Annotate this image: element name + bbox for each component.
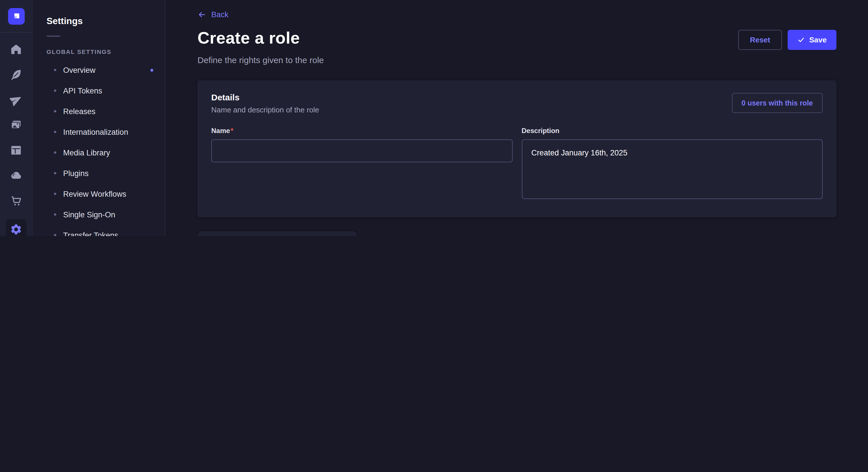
bullet-icon <box>54 234 56 236</box>
paper-plane-icon[interactable] <box>9 93 23 107</box>
save-label: Save <box>809 36 827 44</box>
subnav-title: Settings <box>33 16 165 26</box>
feather-icon[interactable] <box>9 68 23 81</box>
section-label-global-settings: GLOBAL SETTINGS <box>33 48 165 55</box>
app-window: KD Settings GLOBAL SETTINGSOverviewAPI T… <box>0 0 868 236</box>
media-library-icon[interactable] <box>9 118 23 132</box>
home-icon[interactable] <box>9 42 23 56</box>
details-card: Details Name and description of the role… <box>197 80 836 217</box>
tab-single-types[interactable]: Single Types <box>358 231 517 236</box>
back-link[interactable]: Back <box>197 10 228 19</box>
settings-subnav: Settings GLOBAL SETTINGSOverviewAPI Toke… <box>33 0 165 236</box>
gear-icon[interactable] <box>6 219 26 236</box>
bullet-icon <box>54 193 56 195</box>
bullet-icon <box>54 131 56 133</box>
permissions-section: Collection TypesSingle TypesPluginsSetti… <box>197 231 836 236</box>
bullet-icon <box>54 110 56 112</box>
cloud-icon[interactable] <box>9 169 23 182</box>
sidebar-item-api-tokens[interactable]: API Tokens <box>33 80 165 101</box>
description-field-label: Description <box>522 127 823 135</box>
sidebar-item-transfer-tokens[interactable]: Transfer Tokens <box>33 225 165 236</box>
required-mark: * <box>230 127 233 135</box>
bullet-icon <box>54 172 56 174</box>
sidebar-item-releases[interactable]: Releases <box>33 101 165 122</box>
save-button[interactable]: Save <box>787 30 836 50</box>
sidebar-item-label: Internationalization <box>63 128 128 136</box>
tab-settings[interactable]: Settings <box>677 231 837 236</box>
sidebar-item-label: API Tokens <box>63 86 102 95</box>
description-textarea[interactable]: Created January 16th, 2025 <box>522 139 823 199</box>
back-label: Back <box>211 10 228 19</box>
name-field-label: Name* <box>211 127 513 135</box>
layout-icon[interactable] <box>9 143 23 157</box>
name-input[interactable] <box>211 139 513 162</box>
sidebar-item-label: Review Workflows <box>63 190 126 198</box>
arrow-left-icon <box>197 10 206 19</box>
sidebar-item-single-sign-on[interactable]: Single Sign-On <box>33 204 165 225</box>
reset-button[interactable]: Reset <box>738 30 782 50</box>
sidebar-item-label: Plugins <box>63 169 89 177</box>
subnav-title-rule <box>46 36 60 37</box>
sidebar-item-review-workflows[interactable]: Review Workflows <box>33 183 165 204</box>
page-title: Create a role <box>197 29 300 47</box>
sidebar-item-plugins[interactable]: Plugins <box>33 163 165 183</box>
details-subtitle: Name and description of the role <box>211 105 319 114</box>
sidebar-item-label: Releases <box>63 107 96 115</box>
main-content: Back Create a role Reset Save Define the… <box>165 0 868 236</box>
sidebar-item-label: Single Sign-On <box>63 210 115 219</box>
notification-dot-icon <box>150 69 153 71</box>
permissions-tabs: Collection TypesSingle TypesPluginsSetti… <box>197 231 836 236</box>
check-icon <box>797 36 805 43</box>
rail-divider <box>0 32 32 33</box>
sidebar-item-label: Transfer Tokens <box>63 231 118 236</box>
details-title: Details <box>211 92 319 102</box>
users-with-role-button[interactable]: 0 users with this role <box>732 93 823 113</box>
bullet-icon <box>54 151 56 154</box>
sidebar-item-label: Media Library <box>63 148 110 157</box>
page-subtitle: Define the rights given to the role <box>197 55 836 65</box>
tab-plugins[interactable]: Plugins <box>517 231 677 236</box>
sidebar-item-label: Overview <box>63 66 96 74</box>
bullet-icon <box>54 69 56 71</box>
bullet-icon <box>54 213 56 216</box>
main-nav-rail: KD <box>0 0 33 236</box>
bullet-icon <box>54 90 56 92</box>
sidebar-item-internationalization[interactable]: Internationalization <box>33 122 165 142</box>
strapi-logo-icon[interactable] <box>8 8 24 25</box>
sidebar-item-overview[interactable]: Overview <box>33 60 165 80</box>
cart-icon[interactable] <box>9 194 23 208</box>
sidebar-item-media-library[interactable]: Media Library <box>33 142 165 163</box>
tab-collection-types[interactable]: Collection Types <box>197 231 358 236</box>
